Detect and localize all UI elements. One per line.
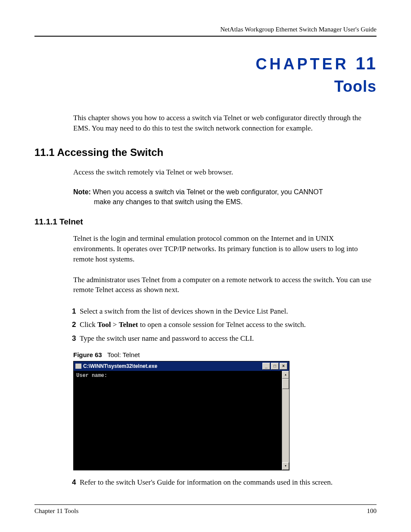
- steps-list: 1 Select a switch from the list of devic…: [34, 305, 377, 344]
- chapter-label: CHAPTER: [255, 55, 349, 73]
- step-text-post: to open a console session for Telnet acc…: [138, 320, 305, 329]
- chapter-title-block: CHAPTER 11 Tools: [34, 54, 377, 96]
- scrollbar[interactable]: ▴ ▾: [282, 371, 289, 470]
- step-number: 2: [72, 319, 76, 330]
- footer-page-number: 100: [367, 507, 377, 515]
- window-titlebar[interactable]: C:\WINNT\system32\telnet.exe _ □ ×: [74, 361, 289, 371]
- note-block: Note: When you access a switch via Telne…: [34, 187, 377, 207]
- terminal-prompt: User name:: [76, 373, 107, 379]
- telnet-window: C:\WINNT\system32\telnet.exe _ □ × User …: [73, 361, 290, 470]
- figure-caption: Figure 63 Tool: Telnet: [34, 351, 377, 358]
- maximize-button[interactable]: □: [271, 363, 279, 370]
- heading-11-1: 11.1 Accessing the Switch: [34, 146, 377, 159]
- para-11-1: Access the switch remotely via Telnet or…: [34, 167, 377, 177]
- step-1: 1 Select a switch from the list of devic…: [80, 305, 377, 317]
- para-telnet-1: Telnet is the login and terminal emulati…: [34, 233, 377, 264]
- step-number: 4: [72, 476, 76, 488]
- steps-list-cont: 4 Refer to the switch User's Guide for i…: [34, 476, 377, 488]
- figure-label: Figure 63: [73, 351, 102, 358]
- close-button[interactable]: ×: [280, 363, 287, 370]
- scroll-down-button[interactable]: ▾: [282, 462, 289, 470]
- running-head: NetAtlas Workgroup Ethernet Switch Manag…: [34, 26, 377, 33]
- step-2: 2 Click Tool > Telnet to open a console …: [80, 319, 377, 330]
- step-text: Select a switch from the list of devices…: [80, 307, 288, 315]
- footer-rule: [34, 504, 377, 505]
- intro-paragraph: This chapter shows you how to access a s…: [34, 113, 377, 134]
- step-text-pre: Click: [80, 320, 97, 329]
- scroll-thumb[interactable]: [282, 379, 289, 389]
- heading-11-1-1: 11.1.1 Telnet: [34, 217, 377, 227]
- minimize-button[interactable]: _: [262, 363, 270, 370]
- note-line2: make any changes to that switch using th…: [73, 197, 377, 207]
- window-title: C:\WINNT\system32\telnet.exe: [83, 363, 157, 369]
- step-bold-tool: Tool: [97, 320, 111, 329]
- terminal-content[interactable]: User name:: [74, 371, 282, 470]
- window-icon: [75, 364, 81, 369]
- step-3: 3 Type the switch user name and password…: [80, 333, 377, 344]
- scroll-up-button[interactable]: ▴: [282, 371, 289, 379]
- step-number: 3: [72, 333, 76, 344]
- header-rule: [34, 36, 377, 37]
- step-text-mid: >: [111, 320, 119, 329]
- step-bold-telnet: Telnet: [119, 320, 138, 329]
- chapter-number: 11: [356, 54, 377, 73]
- figure-caption-text: Tool: Telnet: [107, 351, 140, 358]
- note-label: Note:: [73, 188, 91, 196]
- step-text: Refer to the switch User's Guide for inf…: [80, 478, 333, 486]
- para-telnet-2: The administrator uses Telnet from a com…: [34, 275, 377, 296]
- step-text: Type the switch user name and password t…: [80, 334, 254, 342]
- step-4: 4 Refer to the switch User's Guide for i…: [80, 476, 377, 488]
- chapter-name: Tools: [34, 78, 377, 96]
- page-footer: Chapter 11 Tools 100: [34, 504, 377, 515]
- page: NetAtlas Workgroup Ethernet Switch Manag…: [0, 0, 411, 532]
- note-line1: When you access a switch via Telnet or t…: [93, 188, 323, 196]
- step-number: 1: [72, 305, 76, 317]
- footer-left: Chapter 11 Tools: [34, 507, 78, 515]
